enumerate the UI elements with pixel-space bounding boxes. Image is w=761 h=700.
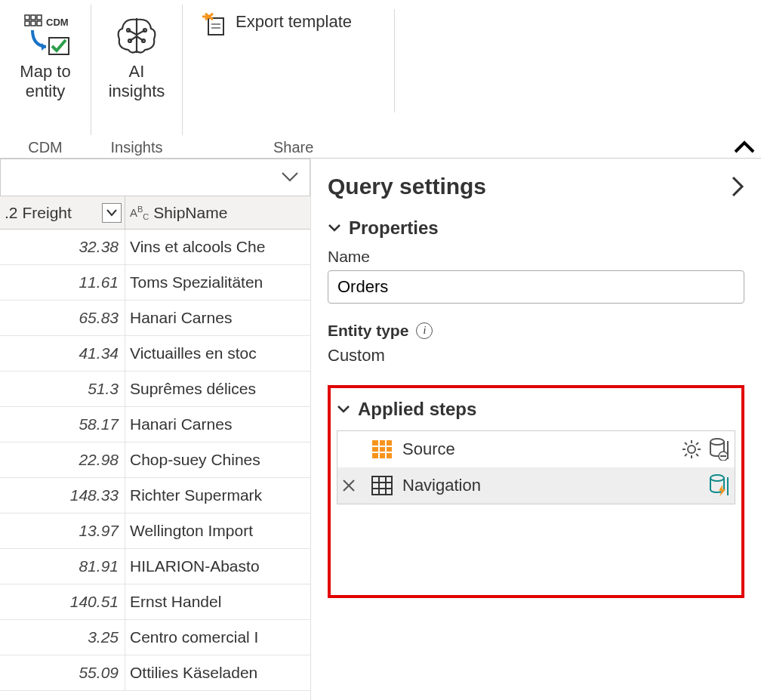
cell-freight[interactable]: 140.51 [0, 584, 125, 619]
chevron-down-icon[interactable] [281, 171, 299, 183]
svg-line-27 [696, 443, 698, 445]
cell-freight[interactable]: 81.91 [0, 549, 125, 584]
cell-freight[interactable]: 22.98 [0, 443, 125, 477]
grid-body[interactable]: 32.38Vins et alcools Che11.61Toms Spezia… [0, 230, 310, 700]
properties-section-header[interactable]: Properties [328, 217, 744, 239]
table-row[interactable]: 3.25Centro comercial I [0, 620, 310, 655]
ribbon-group-insights: AI insights Insights [91, 0, 182, 158]
chevron-right-icon[interactable] [731, 176, 744, 197]
cell-freight[interactable]: 32.38 [0, 230, 125, 264]
column-header-shipname[interactable]: ABC ShipName [125, 196, 310, 229]
cell-shipname[interactable]: Centro comercial I [125, 620, 310, 655]
ai-insights-label: AI insights [109, 62, 165, 102]
cell-freight[interactable]: 11.61 [0, 265, 125, 300]
ai-insights-button[interactable]: AI insights [99, 5, 174, 103]
svg-rect-32 [727, 441, 729, 459]
ribbon-group-share: Export template Share [183, 0, 761, 158]
formula-bar[interactable] [0, 159, 310, 196]
entity-type-label: Entity type [328, 322, 408, 340]
cell-freight[interactable]: 13.97 [0, 513, 125, 548]
table-row[interactable]: 148.33Richter Supermark [0, 478, 310, 513]
svg-text:CDM: CDM [46, 17, 69, 28]
cell-shipname[interactable]: Suprêmes délices [125, 372, 310, 406]
query-settings-title: Query settings [328, 174, 486, 199]
cell-shipname[interactable]: Wellington Import [125, 513, 310, 548]
body: .2 Freight ABC ShipName 32.38Vins et alc… [0, 159, 761, 700]
svg-rect-2 [37, 15, 42, 20]
applied-steps-list: SourceNavigation [337, 430, 735, 504]
chevron-down-icon [337, 405, 350, 414]
cell-freight[interactable]: 58.17 [0, 407, 125, 442]
applied-step-row[interactable]: Source [337, 431, 735, 467]
table-row[interactable]: 11.61Toms Spezialitäten [0, 265, 310, 301]
step-label: Source [402, 439, 674, 459]
svg-point-20 [688, 446, 695, 453]
table-row[interactable]: 51.3Suprêmes délices [0, 372, 310, 407]
database-bolt-icon[interactable] [709, 474, 729, 497]
table-row[interactable]: 55.09Ottilies Käseladen [0, 655, 310, 691]
table-row[interactable]: 65.83Hanari Carnes [0, 301, 310, 336]
cell-shipname[interactable]: Richter Supermark [125, 478, 310, 513]
table-row[interactable]: 13.97Wellington Import [0, 513, 310, 549]
table-row[interactable]: 32.38Vins et alcools Che [0, 230, 310, 265]
cell-shipname[interactable]: Ottilies Käseladen [125, 655, 310, 690]
table-icon [369, 476, 395, 495]
entity-type-row: Entity type i [328, 322, 744, 340]
svg-rect-15 [372, 440, 392, 458]
cell-shipname[interactable]: HILARION-Abasto [125, 549, 310, 584]
info-icon[interactable]: i [416, 322, 433, 339]
type-text-icon: ABC [130, 205, 149, 221]
svg-rect-3 [25, 21, 29, 26]
table-orange-icon [369, 439, 395, 459]
table-row[interactable]: 81.91HILARION-Abasto [0, 549, 310, 584]
export-template-label: Export template [236, 12, 352, 32]
table-row[interactable]: 140.51Ernst Handel [0, 584, 310, 620]
column-filter-button[interactable] [102, 203, 122, 223]
cell-freight[interactable]: 3.25 [0, 620, 125, 655]
column-header-freight[interactable]: .2 Freight [0, 196, 125, 229]
svg-point-38 [710, 475, 724, 481]
table-row[interactable]: 22.98Chop-suey Chines [0, 443, 310, 478]
collapse-ribbon-icon[interactable] [734, 140, 755, 155]
cell-shipname[interactable]: Victuailles en stoc [125, 336, 310, 371]
cell-freight[interactable]: 51.3 [0, 372, 125, 406]
export-template-button[interactable]: Export template [190, 5, 364, 44]
cell-shipname[interactable]: Hanari Carnes [125, 407, 310, 442]
cell-freight[interactable]: 55.09 [0, 655, 125, 690]
applied-step-row[interactable]: Navigation [337, 467, 735, 504]
properties-label: Properties [349, 217, 439, 239]
cell-freight[interactable]: 148.33 [0, 478, 125, 513]
cell-freight[interactable]: 65.83 [0, 301, 125, 335]
export-template-icon [202, 12, 226, 36]
col-freight-label: Freight [23, 204, 72, 222]
cell-shipname[interactable]: Vins et alcools Che [125, 230, 310, 264]
cell-shipname[interactable]: Toms Spezialitäten [125, 265, 310, 300]
data-grid: .2 Freight ABC ShipName 32.38Vins et alc… [0, 196, 310, 700]
query-name-input[interactable] [328, 270, 744, 304]
cell-shipname[interactable]: Ernst Handel [125, 584, 310, 619]
cell-shipname[interactable]: Hanari Carnes [125, 301, 310, 335]
map-to-entity-button[interactable]: CDM Map to entity [8, 5, 83, 103]
step-actions [682, 438, 729, 461]
database-minus-icon[interactable] [709, 438, 729, 461]
table-row[interactable]: 58.17Hanari Carnes [0, 407, 310, 443]
map-to-entity-label: Map to entity [20, 62, 70, 102]
cell-shipname[interactable]: Chop-suey Chines [125, 443, 310, 477]
entity-type-value: Custom [328, 346, 744, 365]
step-actions [709, 474, 729, 497]
grid-header: .2 Freight ABC ShipName [0, 196, 310, 230]
step-label: Navigation [402, 476, 701, 495]
chevron-down-icon [328, 224, 341, 233]
delete-step-icon[interactable] [342, 479, 362, 492]
col-shipname-label: ShipName [153, 204, 227, 222]
table-row[interactable]: 41.34Victuailles en stoc [0, 336, 310, 372]
svg-line-25 [685, 443, 687, 445]
applied-steps-header[interactable]: Applied steps [337, 399, 735, 420]
ribbon-separator [394, 9, 395, 113]
query-settings-pane: Query settings Properties Name Entity ty… [311, 159, 761, 700]
cell-freight[interactable]: 41.34 [0, 336, 125, 371]
svg-rect-1 [31, 15, 35, 20]
svg-point-29 [710, 439, 724, 445]
svg-rect-33 [372, 476, 392, 495]
gear-icon[interactable] [682, 439, 701, 459]
